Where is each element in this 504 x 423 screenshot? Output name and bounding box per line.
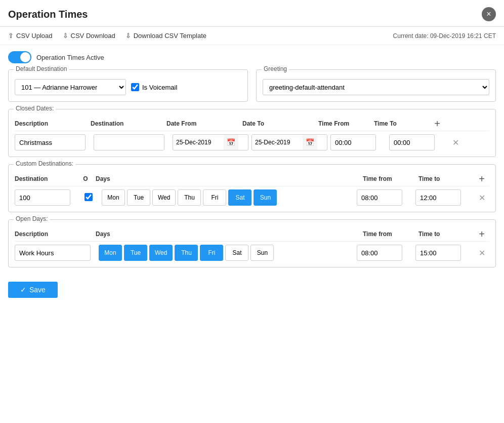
cd-o-checkbox[interactable] [85, 193, 93, 201]
closed-date-description-input[interactable] [15, 134, 86, 150]
od-day-sun[interactable]: Sun [250, 245, 274, 261]
date-from-wrap: 📅 [173, 134, 248, 150]
closed-date-timeto-cell [389, 134, 445, 150]
cd-destination-input[interactable] [15, 189, 70, 206]
cd-timeto-cell [415, 189, 471, 206]
od-day-sat[interactable]: Sat [225, 245, 248, 261]
odh-timeto: Time to [418, 230, 474, 238]
od-timefrom-input[interactable] [357, 245, 402, 261]
custom-destinations-header: Destination O Days Time from Time to + [15, 170, 489, 186]
remove-custom-destination-button[interactable]: ✕ [477, 193, 487, 203]
csv-upload-button[interactable]: ⇧ CSV Upload [8, 32, 53, 40]
operation-times-toggle[interactable] [8, 51, 31, 63]
cd-header-dateto: Date To [242, 120, 318, 127]
voicemail-checkbox[interactable] [131, 83, 139, 91]
cd-timefrom-input[interactable] [357, 189, 402, 206]
custom-destinations-title: Custom Destinations: [14, 160, 75, 167]
cd-days-group: Mon Tue Wed Thu Fri Sat Sun [102, 189, 354, 206]
default-destination-section: Default Destination 101 — Adrianne Harro… [8, 69, 248, 102]
download-csv-template-button[interactable]: ⇩ Download CSV Template [125, 32, 206, 40]
save-button[interactable]: ✓ Save [8, 282, 58, 298]
cdh-o: O [75, 175, 96, 182]
cd-timefrom-cell [357, 189, 412, 206]
closed-dates-title: Closed Dates: [14, 105, 56, 112]
closed-date-timefrom-cell [330, 134, 386, 150]
default-destination-row: 101 — Adrianne Harrower Is Voicemail [15, 79, 241, 95]
date-from-input[interactable] [173, 136, 224, 148]
default-destination-title: Default Destination [14, 65, 69, 72]
od-remove-cell: ✕ [474, 248, 489, 258]
upload-icon: ⇧ [8, 32, 14, 40]
cdh-destination: Destination [15, 175, 75, 182]
greeting-select[interactable]: greeting-default-attendant [263, 79, 489, 95]
save-label: Save [29, 286, 46, 294]
open-day-row: Mon Tue Wed Thu Fri Sat Sun ✕ [15, 245, 489, 261]
cd-day-thu[interactable]: Thu [178, 189, 201, 206]
voicemail-checkbox-row: Is Voicemail [131, 83, 177, 91]
od-days-cell: Mon Tue Wed Thu Fri Sat Sun [99, 245, 354, 261]
cd-header-destination: Destination [91, 120, 166, 127]
custom-destination-row: Mon Tue Wed Thu Fri Sat Sun ✕ [15, 189, 489, 206]
closed-date-timeto-input[interactable] [389, 134, 435, 150]
default-destination-select[interactable]: 101 — Adrianne Harrower [15, 79, 126, 95]
cdh-days: Days [96, 175, 363, 182]
odh-description: Description [15, 230, 96, 238]
closed-date-dest-cell [94, 134, 170, 150]
closed-date-desc-cell [15, 134, 91, 150]
top-sections: Default Destination 101 — Adrianne Harro… [8, 69, 496, 102]
toggle-label: Operation Times Active [36, 54, 104, 61]
od-description-input[interactable] [15, 245, 91, 261]
closed-date-remove-cell: ✕ [448, 138, 463, 147]
add-open-day-button[interactable]: + [479, 229, 485, 239]
cd-dest-cell [15, 189, 75, 206]
cd-day-tue[interactable]: Tue [127, 189, 150, 206]
od-day-wed[interactable]: Wed [149, 245, 173, 261]
closed-dates-header: Description Destination Date From Date T… [15, 114, 489, 131]
cd-timeto-input[interactable] [415, 189, 461, 206]
cd-day-sat[interactable]: Sat [228, 189, 251, 206]
cd-remove-cell: ✕ [474, 193, 489, 203]
closed-date-timefrom-input[interactable] [330, 134, 376, 150]
toolbar: ⇧ CSV Upload ⇩ CSV Download ⇩ Download C… [0, 27, 504, 45]
remove-closed-date-button[interactable]: ✕ [450, 138, 461, 147]
cd-day-fri[interactable]: Fri [203, 189, 226, 206]
csv-download-button[interactable]: ⇩ CSV Download [63, 32, 115, 40]
closed-date-datefrom-cell: 📅 [173, 134, 248, 150]
add-custom-destination-button[interactable]: + [479, 174, 485, 184]
od-days-group: Mon Tue Wed Thu Fri Sat Sun [99, 245, 354, 261]
save-bar: ✓ Save [0, 275, 504, 305]
close-button[interactable]: × [482, 7, 496, 21]
od-timeto-input[interactable] [415, 245, 461, 261]
download-icon-csv: ⇩ [63, 32, 68, 40]
cdh-timefrom: Time from [363, 175, 418, 182]
cd-days-cell: Mon Tue Wed Thu Fri Sat Sun [102, 189, 354, 206]
download-icon-template: ⇩ [125, 32, 131, 40]
save-check-icon: ✓ [20, 286, 26, 294]
od-day-thu[interactable]: Thu [175, 245, 198, 261]
od-timefrom-cell [357, 245, 412, 261]
add-closed-date-button[interactable]: + [434, 119, 440, 129]
date-to-wrap: 📅 [251, 134, 327, 150]
csv-download-label: CSV Download [71, 32, 115, 40]
custom-destinations-section: Custom Destinations: Destination O Days … [8, 164, 496, 212]
modal: Operation Times × ⇧ CSV Upload ⇩ CSV Dow… [0, 0, 504, 423]
closed-dates-section: Closed Dates: Description Destination Da… [8, 109, 496, 157]
date-to-input[interactable] [252, 136, 303, 148]
od-day-tue[interactable]: Tue [124, 245, 147, 261]
date-from-icon[interactable]: 📅 [224, 135, 238, 150]
od-day-fri[interactable]: Fri [200, 245, 223, 261]
open-days-section: Open Days: Description Days Time from Ti… [8, 219, 496, 267]
voicemail-label: Is Voicemail [142, 84, 177, 91]
closed-date-destination-input[interactable] [94, 134, 164, 150]
cd-day-sun[interactable]: Sun [254, 189, 277, 206]
cd-day-mon[interactable]: Mon [102, 189, 125, 206]
cd-header-timeto: Time To [374, 120, 430, 127]
remove-open-day-button[interactable]: ✕ [477, 248, 487, 258]
od-desc-cell [15, 245, 96, 261]
date-to-icon[interactable]: 📅 [303, 135, 317, 150]
modal-title: Operation Times [8, 9, 88, 20]
open-days-header: Description Days Time from Time to + [15, 225, 489, 242]
download-csv-template-label: Download CSV Template [134, 32, 206, 40]
cd-day-wed[interactable]: Wed [152, 189, 176, 206]
od-day-mon[interactable]: Mon [99, 245, 122, 261]
